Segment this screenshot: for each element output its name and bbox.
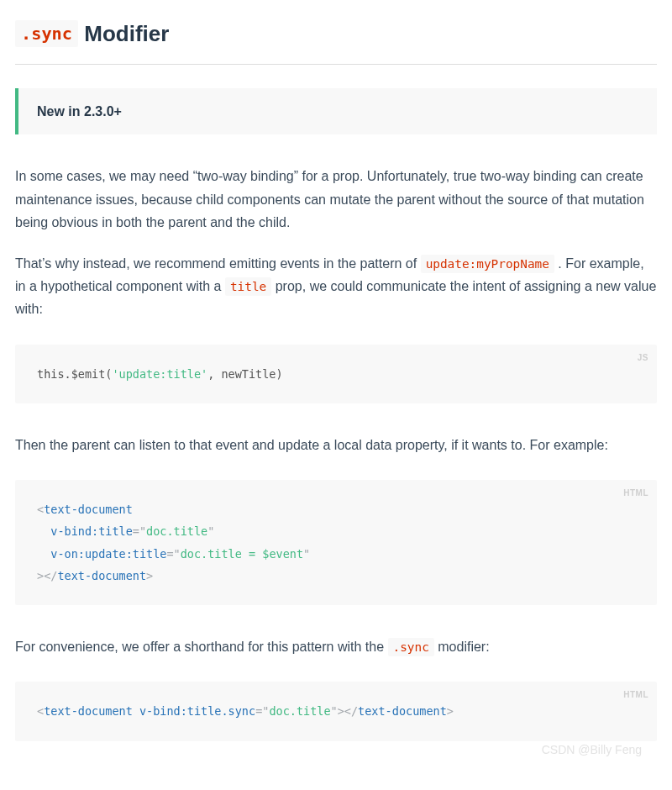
code-block-js-emit: JSthis.$emit('update:title', newTitle) [15,345,657,403]
code-lang-badge: HTML [623,485,648,502]
c2-l2eq: = [133,524,139,538]
c3-sp [133,704,139,718]
c2-l3attr: v-on:update:title [50,547,166,561]
c2-l2val: doc.title [146,524,207,538]
inline-code-title: title [225,277,271,296]
c2-l4tag: text-document [57,569,146,582]
c2-l3eq: = [166,547,173,561]
c3-p1: < [37,704,44,718]
callout-new-version: New in 2.3.0+ [15,88,657,134]
code1-str: 'update:title' [112,367,207,381]
code1-s2: , newTitle) [207,367,282,381]
c3-p4: > [447,704,454,718]
paragraph-4: For convenience, we offer a shorthand fo… [15,635,657,658]
code-lang-badge: HTML [623,687,648,703]
c2-l3q2: " [303,547,310,561]
c2-l2q1: " [139,524,146,538]
c3-p3: </ [344,704,358,718]
c3-p2: > [338,704,344,718]
c2-l3q1: " [174,547,181,561]
para4-b: modifier: [434,640,490,654]
paragraph-3: Then the parent can listen to that event… [15,434,657,456]
inline-code-update-prop: update:myPropName [421,255,554,273]
c2-l1tag: text-document [44,503,133,516]
c2-l4c: > [146,569,153,582]
c3-attr: v-bind:title.sync [139,704,255,718]
c3-tag1: text-document [44,704,133,718]
para2-a: That’s why instead, we recommend emittin… [15,256,421,271]
c2-l1p: < [37,503,44,516]
code-lang-badge: JS [638,350,648,366]
code1-s1: this.$emit( [37,367,112,381]
c2-l4b: </ [44,569,57,582]
heading-text: Modifier [78,21,169,46]
code-block-html-listener: HTML<text-document v-bind:title="doc.tit… [15,480,657,605]
c2-l4a: > [37,569,44,582]
c2-l2attr: v-bind:title [50,524,133,538]
para4-a: For convenience, we offer a shorthand fo… [15,640,388,654]
c3-tag2: text-document [358,704,447,718]
watermark: CSDN @Billy Feng [542,740,642,761]
c3-q2: " [331,704,338,718]
intro-paragraph-1: In some cases, we may need “two-way bind… [15,165,657,234]
inline-code-sync: .sync [388,638,434,656]
c2-l2q2: " [207,524,214,538]
callout-text: New in 2.3.0+ [37,100,638,123]
code-block-html-sync: HTML<text-document v-bind:title.sync="do… [15,682,657,740]
intro-paragraph-2: That’s why instead, we recommend emittin… [15,252,657,321]
c3-val: doc.title [269,704,330,718]
section-heading: .sync Modifier [15,15,657,65]
c2-l3val: doc.title = $event [181,547,303,561]
heading-code: .sync [15,20,78,47]
